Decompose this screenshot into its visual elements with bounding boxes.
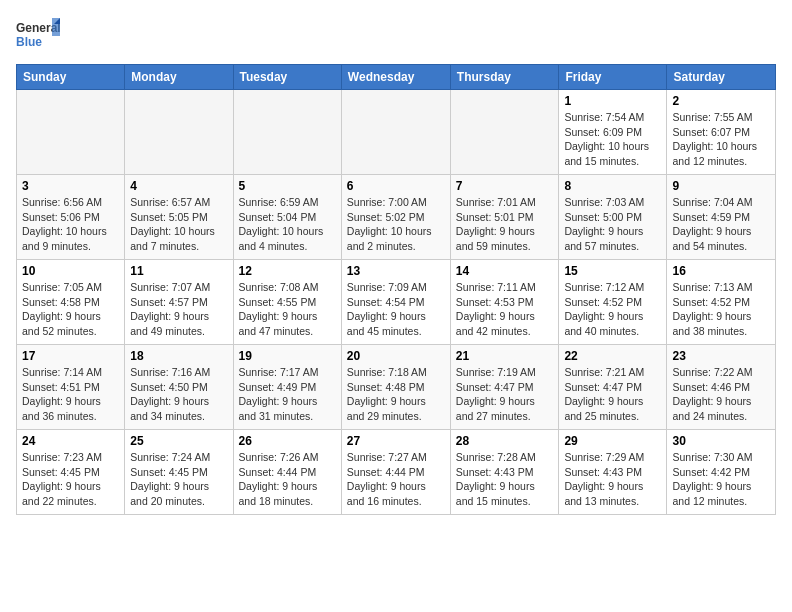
day-number: 9 <box>672 179 770 193</box>
day-info: Sunrise: 7:00 AM Sunset: 5:02 PM Dayligh… <box>347 195 445 254</box>
calendar-cell: 29Sunrise: 7:29 AM Sunset: 4:43 PM Dayli… <box>559 430 667 515</box>
day-info: Sunrise: 7:29 AM Sunset: 4:43 PM Dayligh… <box>564 450 661 509</box>
day-number: 5 <box>239 179 336 193</box>
calendar-cell: 5Sunrise: 6:59 AM Sunset: 5:04 PM Daylig… <box>233 175 341 260</box>
calendar-cell: 23Sunrise: 7:22 AM Sunset: 4:46 PM Dayli… <box>667 345 776 430</box>
day-number: 10 <box>22 264 119 278</box>
day-info: Sunrise: 7:08 AM Sunset: 4:55 PM Dayligh… <box>239 280 336 339</box>
day-number: 1 <box>564 94 661 108</box>
day-number: 7 <box>456 179 554 193</box>
column-header-thursday: Thursday <box>450 65 559 90</box>
day-info: Sunrise: 7:13 AM Sunset: 4:52 PM Dayligh… <box>672 280 770 339</box>
logo-svg: General Blue <box>16 16 60 56</box>
day-number: 15 <box>564 264 661 278</box>
calendar-cell: 1Sunrise: 7:54 AM Sunset: 6:09 PM Daylig… <box>559 90 667 175</box>
calendar-header-row: SundayMondayTuesdayWednesdayThursdayFrid… <box>17 65 776 90</box>
day-number: 18 <box>130 349 227 363</box>
calendar-cell: 21Sunrise: 7:19 AM Sunset: 4:47 PM Dayli… <box>450 345 559 430</box>
day-number: 30 <box>672 434 770 448</box>
day-number: 19 <box>239 349 336 363</box>
calendar-cell: 3Sunrise: 6:56 AM Sunset: 5:06 PM Daylig… <box>17 175 125 260</box>
calendar-cell: 2Sunrise: 7:55 AM Sunset: 6:07 PM Daylig… <box>667 90 776 175</box>
week-row-1: 1Sunrise: 7:54 AM Sunset: 6:09 PM Daylig… <box>17 90 776 175</box>
day-info: Sunrise: 7:07 AM Sunset: 4:57 PM Dayligh… <box>130 280 227 339</box>
calendar-cell: 27Sunrise: 7:27 AM Sunset: 4:44 PM Dayli… <box>341 430 450 515</box>
day-info: Sunrise: 7:22 AM Sunset: 4:46 PM Dayligh… <box>672 365 770 424</box>
day-info: Sunrise: 7:24 AM Sunset: 4:45 PM Dayligh… <box>130 450 227 509</box>
calendar-cell: 4Sunrise: 6:57 AM Sunset: 5:05 PM Daylig… <box>125 175 233 260</box>
day-number: 12 <box>239 264 336 278</box>
calendar-cell <box>125 90 233 175</box>
calendar-cell: 8Sunrise: 7:03 AM Sunset: 5:00 PM Daylig… <box>559 175 667 260</box>
day-number: 3 <box>22 179 119 193</box>
day-info: Sunrise: 7:23 AM Sunset: 4:45 PM Dayligh… <box>22 450 119 509</box>
week-row-3: 10Sunrise: 7:05 AM Sunset: 4:58 PM Dayli… <box>17 260 776 345</box>
day-info: Sunrise: 7:55 AM Sunset: 6:07 PM Dayligh… <box>672 110 770 169</box>
day-info: Sunrise: 7:12 AM Sunset: 4:52 PM Dayligh… <box>564 280 661 339</box>
day-number: 11 <box>130 264 227 278</box>
calendar-cell: 15Sunrise: 7:12 AM Sunset: 4:52 PM Dayli… <box>559 260 667 345</box>
calendar-cell: 6Sunrise: 7:00 AM Sunset: 5:02 PM Daylig… <box>341 175 450 260</box>
logo: General Blue <box>16 16 60 56</box>
calendar-cell <box>450 90 559 175</box>
logo-graphic: General Blue <box>16 16 60 56</box>
day-number: 17 <box>22 349 119 363</box>
day-number: 25 <box>130 434 227 448</box>
calendar-cell: 12Sunrise: 7:08 AM Sunset: 4:55 PM Dayli… <box>233 260 341 345</box>
calendar-cell: 13Sunrise: 7:09 AM Sunset: 4:54 PM Dayli… <box>341 260 450 345</box>
day-info: Sunrise: 7:09 AM Sunset: 4:54 PM Dayligh… <box>347 280 445 339</box>
column-header-friday: Friday <box>559 65 667 90</box>
calendar-cell: 22Sunrise: 7:21 AM Sunset: 4:47 PM Dayli… <box>559 345 667 430</box>
day-info: Sunrise: 7:27 AM Sunset: 4:44 PM Dayligh… <box>347 450 445 509</box>
calendar-cell: 16Sunrise: 7:13 AM Sunset: 4:52 PM Dayli… <box>667 260 776 345</box>
page-header: General Blue <box>16 16 776 56</box>
calendar-cell: 7Sunrise: 7:01 AM Sunset: 5:01 PM Daylig… <box>450 175 559 260</box>
day-number: 27 <box>347 434 445 448</box>
column-header-saturday: Saturday <box>667 65 776 90</box>
day-number: 23 <box>672 349 770 363</box>
day-number: 29 <box>564 434 661 448</box>
day-number: 8 <box>564 179 661 193</box>
day-info: Sunrise: 7:21 AM Sunset: 4:47 PM Dayligh… <box>564 365 661 424</box>
column-header-sunday: Sunday <box>17 65 125 90</box>
calendar-cell <box>233 90 341 175</box>
day-number: 16 <box>672 264 770 278</box>
calendar-cell <box>17 90 125 175</box>
day-number: 26 <box>239 434 336 448</box>
day-info: Sunrise: 7:28 AM Sunset: 4:43 PM Dayligh… <box>456 450 554 509</box>
column-header-tuesday: Tuesday <box>233 65 341 90</box>
day-info: Sunrise: 7:01 AM Sunset: 5:01 PM Dayligh… <box>456 195 554 254</box>
day-info: Sunrise: 6:56 AM Sunset: 5:06 PM Dayligh… <box>22 195 119 254</box>
calendar-cell: 9Sunrise: 7:04 AM Sunset: 4:59 PM Daylig… <box>667 175 776 260</box>
day-info: Sunrise: 7:16 AM Sunset: 4:50 PM Dayligh… <box>130 365 227 424</box>
day-number: 20 <box>347 349 445 363</box>
day-info: Sunrise: 6:57 AM Sunset: 5:05 PM Dayligh… <box>130 195 227 254</box>
day-info: Sunrise: 6:59 AM Sunset: 5:04 PM Dayligh… <box>239 195 336 254</box>
calendar-cell: 20Sunrise: 7:18 AM Sunset: 4:48 PM Dayli… <box>341 345 450 430</box>
calendar-cell: 14Sunrise: 7:11 AM Sunset: 4:53 PM Dayli… <box>450 260 559 345</box>
day-info: Sunrise: 7:05 AM Sunset: 4:58 PM Dayligh… <box>22 280 119 339</box>
calendar-cell: 25Sunrise: 7:24 AM Sunset: 4:45 PM Dayli… <box>125 430 233 515</box>
day-number: 21 <box>456 349 554 363</box>
day-info: Sunrise: 7:04 AM Sunset: 4:59 PM Dayligh… <box>672 195 770 254</box>
day-number: 14 <box>456 264 554 278</box>
week-row-5: 24Sunrise: 7:23 AM Sunset: 4:45 PM Dayli… <box>17 430 776 515</box>
calendar-cell <box>341 90 450 175</box>
calendar-cell: 11Sunrise: 7:07 AM Sunset: 4:57 PM Dayli… <box>125 260 233 345</box>
column-header-wednesday: Wednesday <box>341 65 450 90</box>
calendar-cell: 24Sunrise: 7:23 AM Sunset: 4:45 PM Dayli… <box>17 430 125 515</box>
day-info: Sunrise: 7:19 AM Sunset: 4:47 PM Dayligh… <box>456 365 554 424</box>
day-info: Sunrise: 7:30 AM Sunset: 4:42 PM Dayligh… <box>672 450 770 509</box>
day-info: Sunrise: 7:18 AM Sunset: 4:48 PM Dayligh… <box>347 365 445 424</box>
calendar-cell: 19Sunrise: 7:17 AM Sunset: 4:49 PM Dayli… <box>233 345 341 430</box>
day-number: 28 <box>456 434 554 448</box>
day-info: Sunrise: 7:17 AM Sunset: 4:49 PM Dayligh… <box>239 365 336 424</box>
column-header-monday: Monday <box>125 65 233 90</box>
week-row-2: 3Sunrise: 6:56 AM Sunset: 5:06 PM Daylig… <box>17 175 776 260</box>
day-info: Sunrise: 7:26 AM Sunset: 4:44 PM Dayligh… <box>239 450 336 509</box>
day-number: 22 <box>564 349 661 363</box>
week-row-4: 17Sunrise: 7:14 AM Sunset: 4:51 PM Dayli… <box>17 345 776 430</box>
calendar-cell: 17Sunrise: 7:14 AM Sunset: 4:51 PM Dayli… <box>17 345 125 430</box>
day-info: Sunrise: 7:14 AM Sunset: 4:51 PM Dayligh… <box>22 365 119 424</box>
day-number: 13 <box>347 264 445 278</box>
